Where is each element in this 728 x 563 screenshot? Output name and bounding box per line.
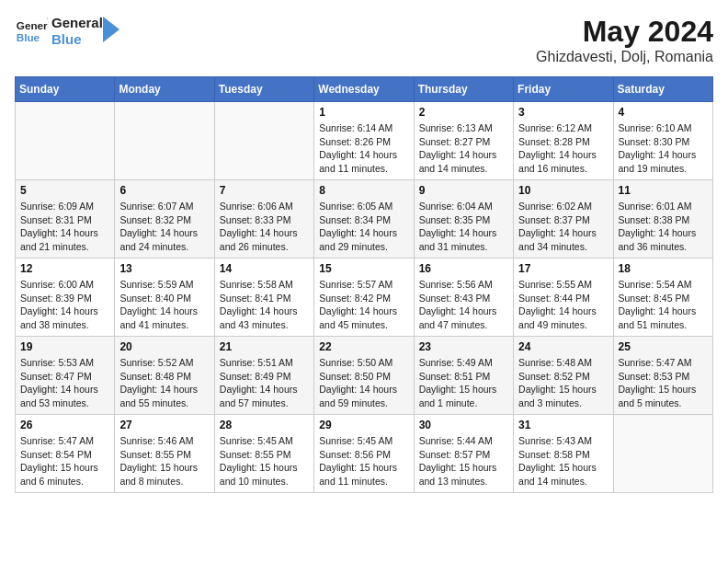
day-number: 31 bbox=[518, 419, 608, 431]
day-number: 7 bbox=[220, 184, 309, 197]
day-number: 14 bbox=[220, 262, 309, 275]
day-number: 23 bbox=[419, 340, 508, 353]
calendar-cell: 29Sunrise: 5:45 AMSunset: 8:56 PMDayligh… bbox=[314, 415, 414, 493]
weekday-header-row: SundayMondayTuesdayWednesdayThursdayFrid… bbox=[16, 77, 713, 102]
day-number: 1 bbox=[319, 106, 408, 119]
day-number: 19 bbox=[20, 340, 109, 353]
day-number: 5 bbox=[20, 184, 109, 197]
weekday-header-thursday: Thursday bbox=[414, 77, 513, 102]
calendar-cell: 4Sunrise: 6:10 AMSunset: 8:30 PMDaylight… bbox=[613, 102, 712, 180]
weekday-header-wednesday: Wednesday bbox=[314, 77, 414, 102]
day-number: 10 bbox=[518, 184, 608, 197]
weekday-header-friday: Friday bbox=[514, 77, 613, 102]
logo-arrow-icon bbox=[103, 17, 119, 42]
day-number: 17 bbox=[518, 262, 608, 275]
day-number: 8 bbox=[319, 184, 408, 197]
calendar-cell: 7Sunrise: 6:06 AMSunset: 8:33 PMDaylight… bbox=[214, 180, 313, 259]
calendar-cell: 12Sunrise: 6:00 AMSunset: 8:39 PMDayligh… bbox=[16, 259, 115, 337]
title-block: May 2024 Ghizdavesti, Dolj, Romania bbox=[536, 15, 713, 65]
day-number: 4 bbox=[619, 106, 708, 119]
calendar-cell: 19Sunrise: 5:53 AMSunset: 8:47 PMDayligh… bbox=[16, 337, 115, 415]
svg-marker-3 bbox=[103, 17, 119, 42]
calendar-cell bbox=[115, 102, 214, 180]
weekday-header-saturday: Saturday bbox=[613, 77, 712, 102]
day-detail: Sunrise: 5:49 AMSunset: 8:51 PMDaylight:… bbox=[419, 356, 508, 410]
calendar-cell: 26Sunrise: 5:47 AMSunset: 8:54 PMDayligh… bbox=[16, 415, 115, 493]
calendar-cell: 15Sunrise: 5:57 AMSunset: 8:42 PMDayligh… bbox=[314, 259, 414, 337]
calendar-cell: 13Sunrise: 5:59 AMSunset: 8:40 PMDayligh… bbox=[115, 259, 214, 337]
day-detail: Sunrise: 6:05 AMSunset: 8:34 PMDaylight:… bbox=[319, 200, 408, 254]
logo-blue: Blue bbox=[51, 31, 103, 48]
calendar-cell: 2Sunrise: 6:13 AMSunset: 8:27 PMDaylight… bbox=[414, 102, 513, 180]
svg-text:General: General bbox=[17, 19, 48, 31]
calendar-cell: 25Sunrise: 5:47 AMSunset: 8:53 PMDayligh… bbox=[613, 337, 712, 415]
calendar-cell: 9Sunrise: 6:04 AMSunset: 8:35 PMDaylight… bbox=[414, 180, 513, 259]
day-number: 18 bbox=[619, 262, 708, 275]
calendar-cell bbox=[214, 102, 313, 180]
calendar-cell: 18Sunrise: 5:54 AMSunset: 8:45 PMDayligh… bbox=[613, 259, 712, 337]
day-detail: Sunrise: 5:52 AMSunset: 8:48 PMDaylight:… bbox=[119, 356, 209, 410]
logo-general: General bbox=[51, 15, 103, 31]
day-detail: Sunrise: 5:57 AMSunset: 8:42 PMDaylight:… bbox=[319, 278, 408, 332]
day-detail: Sunrise: 5:45 AMSunset: 8:56 PMDaylight:… bbox=[319, 434, 408, 488]
location-title: Ghizdavesti, Dolj, Romania bbox=[536, 49, 713, 65]
day-detail: Sunrise: 5:55 AMSunset: 8:44 PMDaylight:… bbox=[518, 278, 608, 332]
page-header: General Blue General Blue May 2024 Ghizd… bbox=[15, 15, 713, 65]
calendar-cell: 22Sunrise: 5:50 AMSunset: 8:50 PMDayligh… bbox=[314, 337, 414, 415]
day-number: 24 bbox=[518, 340, 608, 353]
calendar-cell: 30Sunrise: 5:44 AMSunset: 8:57 PMDayligh… bbox=[414, 415, 513, 493]
day-detail: Sunrise: 6:13 AMSunset: 8:27 PMDaylight:… bbox=[419, 121, 508, 176]
day-detail: Sunrise: 6:04 AMSunset: 8:35 PMDaylight:… bbox=[419, 200, 508, 254]
weekday-header-tuesday: Tuesday bbox=[214, 77, 313, 102]
day-number: 20 bbox=[119, 340, 209, 353]
day-number: 22 bbox=[319, 340, 408, 353]
calendar-cell: 10Sunrise: 6:02 AMSunset: 8:37 PMDayligh… bbox=[514, 180, 613, 259]
day-number: 21 bbox=[220, 340, 309, 353]
calendar-week-row: 12Sunrise: 6:00 AMSunset: 8:39 PMDayligh… bbox=[16, 259, 713, 337]
day-number: 25 bbox=[619, 340, 708, 353]
day-detail: Sunrise: 5:54 AMSunset: 8:45 PMDaylight:… bbox=[619, 278, 708, 332]
day-number: 3 bbox=[518, 106, 608, 119]
day-number: 12 bbox=[20, 262, 109, 275]
calendar-cell: 11Sunrise: 6:01 AMSunset: 8:38 PMDayligh… bbox=[613, 180, 712, 259]
day-detail: Sunrise: 5:58 AMSunset: 8:41 PMDaylight:… bbox=[220, 278, 309, 332]
calendar-cell: 27Sunrise: 5:46 AMSunset: 8:55 PMDayligh… bbox=[115, 415, 214, 493]
calendar-cell: 3Sunrise: 6:12 AMSunset: 8:28 PMDaylight… bbox=[514, 102, 613, 180]
calendar-cell: 5Sunrise: 6:09 AMSunset: 8:31 PMDaylight… bbox=[16, 180, 115, 259]
day-detail: Sunrise: 6:09 AMSunset: 8:31 PMDaylight:… bbox=[20, 200, 109, 254]
day-number: 16 bbox=[419, 262, 508, 275]
weekday-header-sunday: Sunday bbox=[16, 77, 115, 102]
day-detail: Sunrise: 6:01 AMSunset: 8:38 PMDaylight:… bbox=[619, 200, 708, 254]
day-detail: Sunrise: 5:51 AMSunset: 8:49 PMDaylight:… bbox=[220, 356, 309, 410]
day-detail: Sunrise: 5:47 AMSunset: 8:54 PMDaylight:… bbox=[20, 434, 109, 488]
calendar-week-row: 19Sunrise: 5:53 AMSunset: 8:47 PMDayligh… bbox=[16, 337, 713, 415]
day-detail: Sunrise: 5:44 AMSunset: 8:57 PMDaylight:… bbox=[419, 434, 508, 488]
weekday-header-monday: Monday bbox=[115, 77, 214, 102]
month-title: May 2024 bbox=[536, 15, 713, 49]
day-number: 15 bbox=[319, 262, 408, 275]
logo-icon: General Blue bbox=[15, 15, 48, 48]
logo: General Blue General Blue bbox=[15, 15, 119, 48]
calendar-cell: 8Sunrise: 6:05 AMSunset: 8:34 PMDaylight… bbox=[314, 180, 414, 259]
calendar-cell: 16Sunrise: 5:56 AMSunset: 8:43 PMDayligh… bbox=[414, 259, 513, 337]
calendar-cell: 17Sunrise: 5:55 AMSunset: 8:44 PMDayligh… bbox=[514, 259, 613, 337]
calendar-cell: 6Sunrise: 6:07 AMSunset: 8:32 PMDaylight… bbox=[115, 180, 214, 259]
calendar-cell: 31Sunrise: 5:43 AMSunset: 8:58 PMDayligh… bbox=[514, 415, 613, 493]
calendar-table: SundayMondayTuesdayWednesdayThursdayFrid… bbox=[15, 76, 713, 493]
calendar-cell: 1Sunrise: 6:14 AMSunset: 8:26 PMDaylight… bbox=[314, 102, 414, 180]
day-number: 29 bbox=[319, 419, 408, 431]
calendar-week-row: 5Sunrise: 6:09 AMSunset: 8:31 PMDaylight… bbox=[16, 180, 713, 259]
calendar-cell: 24Sunrise: 5:48 AMSunset: 8:52 PMDayligh… bbox=[514, 337, 613, 415]
day-number: 26 bbox=[20, 419, 109, 431]
day-number: 28 bbox=[220, 419, 309, 431]
day-number: 27 bbox=[119, 419, 209, 431]
day-detail: Sunrise: 5:46 AMSunset: 8:55 PMDaylight:… bbox=[119, 434, 209, 488]
day-number: 30 bbox=[419, 419, 508, 431]
calendar-cell bbox=[16, 102, 115, 180]
day-number: 2 bbox=[419, 106, 508, 119]
day-detail: Sunrise: 6:02 AMSunset: 8:37 PMDaylight:… bbox=[518, 200, 608, 254]
calendar-cell: 23Sunrise: 5:49 AMSunset: 8:51 PMDayligh… bbox=[414, 337, 513, 415]
day-detail: Sunrise: 5:43 AMSunset: 8:58 PMDaylight:… bbox=[518, 434, 608, 488]
day-detail: Sunrise: 5:45 AMSunset: 8:55 PMDaylight:… bbox=[220, 434, 309, 488]
svg-text:Blue: Blue bbox=[17, 31, 40, 43]
